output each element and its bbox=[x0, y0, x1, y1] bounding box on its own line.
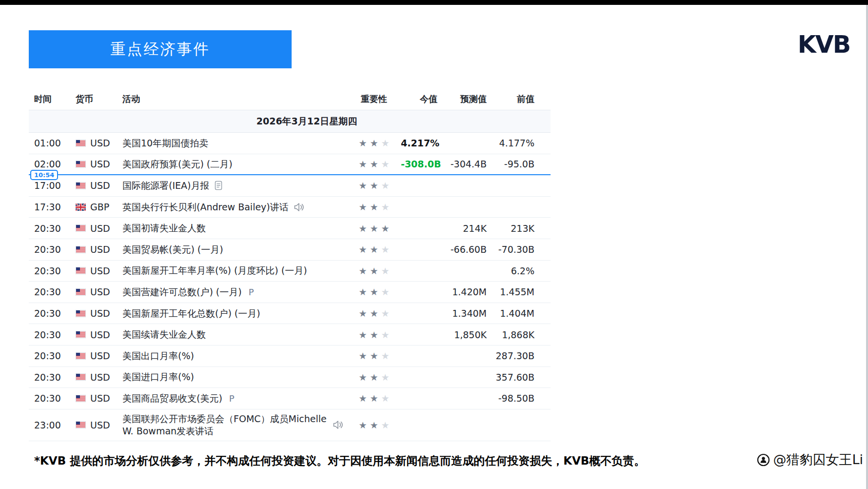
table-row[interactable]: 20:30USD美国进口月率(%)★★★357.60B bbox=[29, 367, 551, 388]
speaker-icon[interactable] bbox=[294, 203, 304, 212]
activity-text: 美国贸易帐(美元) (一月) bbox=[122, 244, 223, 256]
event-time: 20:30 bbox=[29, 308, 72, 319]
previous-value: 1.404M bbox=[487, 308, 534, 319]
importance-stars: ★★★ bbox=[347, 223, 401, 234]
currency-code: USD bbox=[90, 159, 110, 169]
importance-stars: ★★★ bbox=[347, 372, 401, 383]
currency-cell: USD bbox=[72, 138, 120, 148]
star-icon: ★ bbox=[381, 223, 390, 234]
kvb-logo: KVB bbox=[787, 31, 850, 58]
star-icon: ★ bbox=[381, 180, 390, 191]
star-icon: ★ bbox=[370, 393, 378, 404]
table-row[interactable]: 20:30USD美国出口月率(%)★★★287.30B bbox=[29, 346, 551, 367]
importance-stars: ★★★ bbox=[347, 265, 401, 276]
forecast-value: -304.4B bbox=[437, 159, 487, 169]
star-icon: ★ bbox=[370, 244, 378, 255]
event-activity: 美国联邦公开市场委员会（FOMC）成员Michelle W. Bowman发表讲… bbox=[120, 411, 347, 439]
table-row[interactable]: 20:30USD美国续请失业金人数★★★1,850K1,868K bbox=[29, 324, 551, 346]
star-icon: ★ bbox=[358, 308, 367, 319]
document-icon[interactable] bbox=[214, 181, 223, 190]
currency-code: USD bbox=[90, 138, 110, 148]
star-icon: ★ bbox=[370, 286, 378, 297]
time-marker-badge: 10:54 bbox=[30, 170, 58, 180]
importance-stars: ★★★ bbox=[347, 202, 401, 212]
star-icon: ★ bbox=[370, 350, 378, 361]
currency-code: USD bbox=[90, 329, 110, 340]
previous-value: 287.30B bbox=[487, 350, 534, 361]
event-activity: 美国新屋开工年化总数(户) (一月) bbox=[120, 306, 347, 322]
previous-value: 1,868K bbox=[487, 329, 534, 340]
star-icon: ★ bbox=[370, 180, 378, 191]
activity-text: 国际能源署(IEA)月报 bbox=[122, 180, 209, 192]
table-row[interactable]: 01:00USD美国10年期国债拍卖★★★4.217%4.177% bbox=[29, 133, 551, 154]
event-time: 01:00 bbox=[29, 138, 72, 148]
currency-cell: USD bbox=[72, 159, 120, 169]
col-header-forecast: 预测值 bbox=[437, 93, 487, 105]
table-row[interactable]: 20:30USD美国初请失业金人数★★★214K213K bbox=[29, 218, 551, 239]
table-row[interactable]: 23:00USD美国联邦公开市场委员会（FOMC）成员Michelle W. B… bbox=[29, 409, 551, 441]
event-activity: 美国政府预算(美元) (二月) bbox=[120, 156, 347, 172]
forecast-value: 1.420M bbox=[437, 286, 487, 297]
table-row[interactable]: 20:30USD美国新屋开工年化总数(户) (一月)★★★1.340M1.404… bbox=[29, 303, 551, 325]
currency-cell: USD bbox=[72, 329, 120, 340]
star-icon: ★ bbox=[370, 420, 378, 430]
event-activity: 美国商品贸易收支(美元)P bbox=[120, 390, 347, 407]
forecast-value: 214K bbox=[437, 223, 487, 234]
preliminary-tag: P bbox=[229, 393, 235, 405]
us-flag-icon bbox=[76, 310, 86, 317]
star-icon: ★ bbox=[358, 265, 367, 276]
watermark-text: @猎豹囚女王Li bbox=[773, 451, 863, 469]
event-activity: 美国续请失业金人数 bbox=[120, 326, 347, 343]
star-icon: ★ bbox=[381, 138, 390, 148]
activity-text: 美国新屋开工年化总数(户) (一月) bbox=[122, 307, 260, 320]
table-row[interactable]: 17:30GBP英国央行行长贝利(Andrew Bailey)讲话★★★ bbox=[29, 197, 551, 218]
speaker-icon[interactable] bbox=[333, 420, 343, 429]
currency-cell: USD bbox=[72, 308, 120, 319]
importance-stars: ★★★ bbox=[347, 180, 401, 191]
us-flag-icon bbox=[76, 182, 86, 189]
star-icon: ★ bbox=[358, 393, 367, 404]
currency-code: USD bbox=[90, 286, 110, 297]
star-icon: ★ bbox=[358, 372, 367, 383]
table-row[interactable]: 20:30USD美国贸易帐(美元) (一月)★★★-66.60B-70.30B bbox=[29, 239, 551, 261]
event-activity: 美国初请失业金人数 bbox=[120, 220, 347, 236]
event-activity: 美国新屋开工年率月率(%) (月度环比) (一月) bbox=[120, 263, 347, 279]
top-black-bar bbox=[0, 0, 868, 5]
previous-value: 1.455M bbox=[487, 286, 534, 297]
currency-cell: USD bbox=[72, 223, 120, 234]
star-icon: ★ bbox=[381, 159, 390, 169]
star-icon: ★ bbox=[358, 286, 367, 297]
table-row[interactable]: 20:30USD美国营建许可总数(户) (一月)P★★★1.420M1.455M bbox=[29, 282, 551, 303]
previous-value: -98.50B bbox=[487, 393, 534, 404]
importance-stars: ★★★ bbox=[347, 308, 401, 319]
star-icon: ★ bbox=[381, 420, 390, 430]
previous-value: 213K bbox=[487, 223, 534, 234]
event-time: 20:30 bbox=[29, 350, 72, 361]
us-flag-icon bbox=[76, 161, 86, 168]
us-flag-icon bbox=[76, 331, 86, 338]
event-time: 17:00 bbox=[29, 180, 72, 191]
table-row[interactable]: 17:00USD国际能源署(IEA)月报★★★ bbox=[29, 175, 551, 197]
event-time: 20:30 bbox=[29, 265, 72, 276]
importance-stars: ★★★ bbox=[347, 393, 401, 404]
col-header-activity: 活动 bbox=[120, 93, 347, 105]
watermark-avatar-icon bbox=[757, 453, 770, 467]
preliminary-tag: P bbox=[249, 286, 254, 298]
currency-code: USD bbox=[90, 180, 110, 191]
event-activity: 国际能源署(IEA)月报 bbox=[120, 178, 347, 194]
us-flag-icon bbox=[76, 267, 86, 274]
table-row[interactable]: 02:00USD美国政府预算(美元) (二月)★★★-308.0B-304.4B… bbox=[29, 154, 551, 176]
star-icon: ★ bbox=[381, 372, 390, 383]
activity-text: 美国新屋开工年率月率(%) (月度环比) (一月) bbox=[122, 265, 307, 277]
previous-value: 4.177% bbox=[487, 138, 534, 148]
col-header-currency: 货币 bbox=[72, 93, 120, 105]
table-row[interactable]: 20:30USD美国商品贸易收支(美元)P★★★-98.50B bbox=[29, 388, 551, 409]
us-flag-icon bbox=[76, 373, 86, 381]
currency-cell: USD bbox=[72, 244, 120, 255]
table-row[interactable]: 20:30USD美国新屋开工年率月率(%) (月度环比) (一月)★★★6.2% bbox=[29, 261, 551, 282]
importance-stars: ★★★ bbox=[347, 244, 401, 255]
activity-text: 英国央行行长贝利(Andrew Bailey)讲话 bbox=[122, 201, 289, 213]
col-header-importance: 重要性 bbox=[347, 93, 401, 105]
importance-stars: ★★★ bbox=[347, 138, 401, 148]
currency-code: USD bbox=[90, 308, 110, 319]
